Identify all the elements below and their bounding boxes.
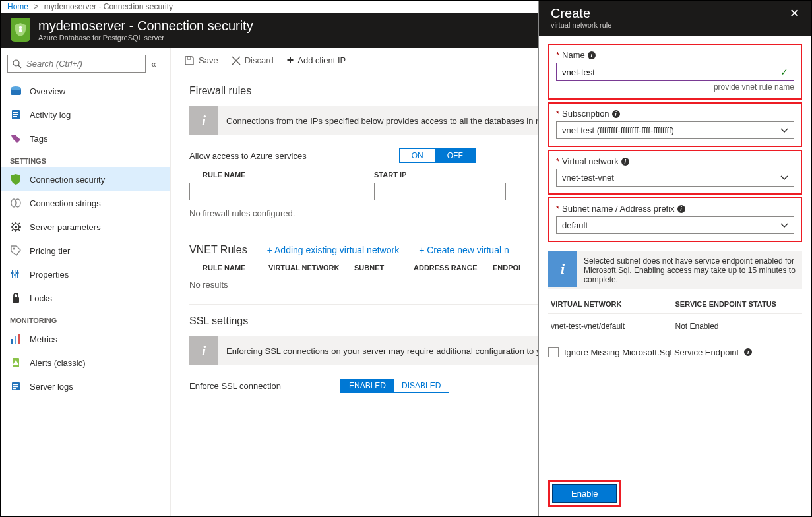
allow-azure-toggle[interactable]: ON OFF bbox=[399, 148, 476, 163]
sidebar-item-tags[interactable]: Tags bbox=[1, 127, 170, 150]
subscription-field-group: * Subscription i vnet test (ffffffff-fff… bbox=[548, 102, 802, 147]
breadcrumb-sep: > bbox=[34, 2, 38, 11]
chevron-down-icon bbox=[780, 223, 788, 228]
gear-icon bbox=[10, 221, 22, 233]
vn-value: vnet-test-vnet bbox=[562, 173, 614, 183]
name-field-group: * Name i ✓ provide vnet rule name bbox=[548, 44, 802, 100]
check-icon: ✓ bbox=[780, 67, 788, 77]
firewall-info-text: Connections from the IPs specified below… bbox=[218, 116, 555, 126]
collapse-sidebar-icon[interactable]: « bbox=[151, 59, 156, 69]
ignore-missing-label: Ignore Missing Microsoft.Sql Service End… bbox=[564, 348, 739, 357]
sidebar-item-label: Server parameters bbox=[30, 222, 101, 232]
vnet-col-addr: ADDRESS RANGE bbox=[414, 264, 493, 272]
overview-icon bbox=[10, 85, 22, 97]
sidebar-item-connection-security[interactable]: Connection security bbox=[1, 167, 170, 191]
sidebar: « Overview Activity log Tags SETTINGS Co… bbox=[1, 48, 171, 516]
info-icon: i bbox=[189, 106, 218, 135]
ssl-enabled[interactable]: ENABLED bbox=[341, 379, 394, 392]
enforce-ssl-label: Enforce SSL connection bbox=[189, 381, 281, 391]
svg-line-20 bbox=[18, 223, 20, 224]
metrics-icon bbox=[10, 333, 22, 345]
sidebar-item-metrics[interactable]: Metrics bbox=[1, 327, 170, 351]
vnet-col-endpoint: ENDPOI bbox=[493, 264, 520, 272]
sidebar-item-connection-strings[interactable]: Connection strings bbox=[1, 191, 170, 215]
name-input[interactable] bbox=[562, 67, 780, 77]
svg-rect-9 bbox=[13, 116, 17, 117]
sidebar-item-activity[interactable]: Activity log bbox=[1, 103, 170, 127]
col-virtual-network: VIRTUAL NETWORK bbox=[551, 300, 675, 308]
discard-icon bbox=[232, 56, 241, 65]
svg-point-5 bbox=[11, 86, 21, 90]
sidebar-item-label: Overview bbox=[30, 86, 65, 96]
svg-line-3 bbox=[18, 65, 21, 68]
sidebar-item-server-logs[interactable]: Server logs bbox=[1, 375, 170, 398]
search-input[interactable] bbox=[7, 55, 146, 73]
sidebar-item-alerts[interactable]: Alerts (classic) bbox=[1, 351, 170, 375]
row-status: Not Enabled bbox=[675, 322, 800, 331]
ssl-disabled[interactable]: DISABLED bbox=[394, 379, 449, 392]
toggle-off[interactable]: OFF bbox=[435, 149, 475, 162]
tags-icon bbox=[10, 133, 22, 144]
name-input-wrapper[interactable]: ✓ bbox=[556, 63, 794, 81]
virtual-network-select[interactable]: vnet-test-vnet bbox=[556, 169, 794, 187]
info-icon[interactable]: i bbox=[621, 158, 629, 166]
add-client-ip-button[interactable]: + Add client IP bbox=[287, 53, 346, 67]
vn-label: Virtual network bbox=[562, 156, 619, 166]
ssl-info-text: Enforcing SSL connections on your server… bbox=[218, 346, 548, 356]
alerts-icon bbox=[10, 357, 22, 369]
save-icon bbox=[184, 55, 195, 66]
pricing-icon bbox=[10, 245, 22, 257]
svg-point-0 bbox=[19, 26, 22, 29]
svg-rect-1 bbox=[19, 29, 22, 32]
enforce-ssl-toggle[interactable]: ENABLED DISABLED bbox=[340, 379, 449, 393]
rule-name-input[interactable] bbox=[189, 183, 321, 200]
save-button[interactable]: Save bbox=[184, 55, 218, 66]
sidebar-item-server-parameters[interactable]: Server parameters bbox=[1, 215, 170, 239]
svg-rect-8 bbox=[13, 114, 18, 115]
add-existing-vnet-link[interactable]: + Adding existing virtual network bbox=[267, 245, 399, 255]
info-icon[interactable]: i bbox=[612, 110, 620, 118]
create-new-vnet-link[interactable]: + Create new virtual n bbox=[419, 245, 509, 255]
toggle-on[interactable]: ON bbox=[400, 149, 435, 162]
sidebar-item-pricing-tier[interactable]: Pricing tier bbox=[1, 239, 170, 262]
page-subtitle: Azure Database for PostgreSQL server bbox=[38, 34, 253, 42]
sidebar-item-locks[interactable]: Locks bbox=[1, 286, 170, 310]
panel-subtitle: virtual network rule bbox=[551, 21, 611, 29]
svg-rect-27 bbox=[14, 274, 16, 276]
warning-text: Selected subnet does not have service en… bbox=[577, 251, 802, 289]
sidebar-item-label: Server logs bbox=[30, 382, 73, 392]
sidebar-item-overview[interactable]: Overview bbox=[1, 79, 170, 103]
svg-rect-39 bbox=[187, 57, 191, 59]
ignore-missing-checkbox[interactable] bbox=[548, 347, 559, 357]
subscription-label: Subscription bbox=[562, 109, 609, 119]
close-icon[interactable]: ✕ bbox=[790, 6, 799, 20]
sidebar-item-label: Properties bbox=[30, 270, 69, 280]
svg-point-13 bbox=[15, 226, 17, 228]
sidebar-item-properties[interactable]: Properties bbox=[1, 262, 170, 286]
sidebar-section-monitoring: MONITORING bbox=[1, 310, 170, 327]
create-vnet-rule-panel: Create virtual network rule ✕ * Name i ✓… bbox=[538, 1, 811, 516]
breadcrumb-home[interactable]: Home bbox=[7, 2, 28, 11]
subnet-select[interactable]: default bbox=[556, 216, 794, 234]
svg-rect-25 bbox=[17, 270, 18, 278]
info-icon: i bbox=[548, 251, 577, 287]
svg-rect-38 bbox=[13, 388, 16, 389]
svg-point-22 bbox=[13, 248, 15, 250]
subnet-label: Subnet name / Address prefix bbox=[562, 204, 675, 214]
subnet-value: default bbox=[562, 220, 588, 230]
virtual-network-field-group: * Virtual network i vnet-test-vnet bbox=[548, 150, 802, 195]
info-icon[interactable]: i bbox=[744, 348, 752, 356]
add-ip-label: Add client IP bbox=[297, 55, 346, 65]
discard-label: Discard bbox=[245, 55, 274, 65]
info-icon[interactable]: i bbox=[677, 205, 685, 213]
sidebar-item-label: Alerts (classic) bbox=[30, 358, 86, 368]
breadcrumb-current: mydemoserver - Connection security bbox=[44, 2, 173, 11]
start-ip-input[interactable] bbox=[374, 183, 506, 200]
enable-button[interactable]: Enable bbox=[552, 484, 617, 503]
discard-button[interactable]: Discard bbox=[232, 55, 274, 65]
info-icon[interactable]: i bbox=[588, 51, 596, 59]
svg-rect-7 bbox=[13, 112, 18, 113]
subnet-field-group: * Subnet name / Address prefix i default bbox=[548, 197, 802, 242]
sidebar-item-label: Tags bbox=[30, 134, 47, 144]
subscription-select[interactable]: vnet test (ffffffff-ffffffff-ffff-ffffff… bbox=[556, 121, 794, 139]
